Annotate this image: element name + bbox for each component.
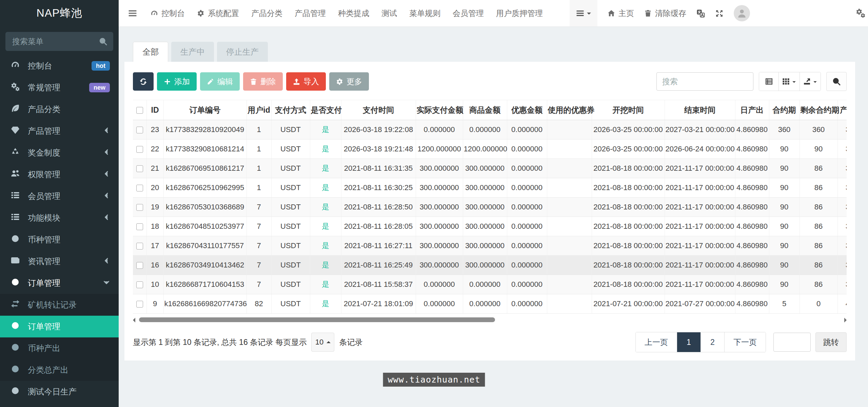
topnav-tab-console[interactable]: 控制台	[151, 8, 185, 19]
sidebar-item-console[interactable]: 控制台hot	[0, 55, 119, 77]
row-checkbox[interactable]	[136, 243, 143, 249]
column-header-order-no[interactable]: 订单编号	[163, 100, 246, 120]
sidebar-toggle-icon[interactable]	[128, 9, 137, 18]
paid-status-link[interactable]: 是	[322, 183, 329, 192]
row-checkbox[interactable]	[136, 185, 143, 191]
sidebar-item-news-manage[interactable]: 资讯管理	[0, 251, 119, 272]
sidebar-item-order-manage[interactable]: 订单管理	[0, 316, 119, 337]
table-row[interactable]: 21k1628670695108612171USDT是2021-08-11 16…	[133, 159, 847, 178]
paid-status-link[interactable]: 是	[322, 299, 329, 308]
tab-producing[interactable]: 生产中	[171, 42, 214, 62]
paid-status-link[interactable]: 是	[322, 203, 329, 211]
sidebar-item-product-category[interactable]: 产品分类	[0, 98, 119, 120]
column-header-coupon[interactable]: 使用的优惠券	[547, 100, 592, 120]
topnav-tab-menu-rules[interactable]: 菜单规则	[409, 8, 440, 19]
sidebar-search-input[interactable]	[5, 32, 113, 51]
sidebar-item-test-today-production[interactable]: 测试今日生产	[0, 381, 119, 403]
next-page-button[interactable]: 下一页	[725, 332, 766, 352]
sidebar-item-auth-manage[interactable]: 权限管理	[0, 164, 119, 185]
column-header-discount-amount[interactable]: 优惠金额	[507, 100, 547, 120]
scroll-right-icon[interactable]	[844, 318, 847, 322]
row-checkbox[interactable]	[136, 146, 143, 153]
row-checkbox[interactable]	[136, 281, 143, 288]
table-row[interactable]: 20k1628670625109629951USDT是2021-08-11 16…	[133, 178, 847, 198]
topnav-tab-category-commission[interactable]: 种类提成	[338, 8, 369, 19]
page-size-select[interactable]: 10	[311, 333, 334, 352]
sidebar-item-order-manage-parent[interactable]: 订单管理	[0, 272, 119, 294]
sidebar-item-coin-output[interactable]: 币种产出	[0, 337, 119, 359]
sidebar-item-category-total-output[interactable]: 分类总产出	[0, 359, 119, 381]
paid-status-link[interactable]: 是	[322, 241, 329, 250]
more-button[interactable]: 更多	[329, 72, 369, 91]
topnav-tab-product-category[interactable]: 产品分类	[251, 8, 282, 19]
table-search-input[interactable]	[656, 72, 753, 91]
row-checkbox[interactable]	[136, 301, 143, 308]
toggle-view-button[interactable]	[759, 72, 779, 91]
settings-cogs-icon[interactable]	[856, 8, 865, 18]
tab-stopped[interactable]: 停止生产	[217, 42, 268, 62]
column-header-end-time[interactable]: 结束时间	[665, 100, 735, 120]
column-header-daily-output[interactable]: 日产出	[735, 100, 769, 120]
tab-list-dropdown[interactable]	[570, 0, 597, 26]
topnav-tab-user-pledge-manage[interactable]: 用户质押管理	[496, 8, 543, 19]
clear-cache-link[interactable]: 清除缓存	[644, 8, 686, 19]
sidebar-item-miner-transfer-record[interactable]: 矿机转让记录	[0, 294, 119, 316]
table-row[interactable]: 18k1628670485102539777USDT是2021-08-11 16…	[133, 217, 847, 236]
page-jump-input[interactable]	[773, 333, 811, 352]
import-button[interactable]: 导入	[286, 72, 326, 91]
sidebar-item-member-manage[interactable]: 会员管理	[0, 185, 119, 207]
column-header-user-id[interactable]: 用户id	[246, 100, 271, 120]
paid-status-link[interactable]: 是	[322, 125, 329, 134]
row-checkbox[interactable]	[136, 165, 143, 172]
paid-status-link[interactable]: 是	[322, 261, 329, 269]
column-header-id[interactable]: ID	[146, 100, 163, 120]
tab-all[interactable]: 全部	[133, 42, 168, 62]
row-checkbox[interactable]	[136, 127, 143, 133]
column-header-pay-time[interactable]: 支付时间	[341, 100, 416, 120]
sidebar-item-bonus-system[interactable]: 奖金制度	[0, 142, 119, 164]
paid-status-link[interactable]: 是	[322, 280, 329, 289]
column-header-start-time[interactable]: 开挖时间	[592, 100, 665, 120]
topnav-tab-test[interactable]: 测试	[381, 8, 397, 19]
column-header-pay-amount[interactable]: 实际支付金额	[416, 100, 463, 120]
page-jump-button[interactable]: 跳转	[815, 332, 847, 352]
fullscreen-icon[interactable]	[715, 9, 724, 18]
topnav-tab-member-manage[interactable]: 会员管理	[453, 8, 484, 19]
table-row[interactable]: 22k1773832908106812141USDT是2026-03-18 19…	[133, 140, 847, 159]
table-row[interactable]: 10k1628668717106041537USDT是2021-08-11 15…	[133, 275, 847, 294]
home-link[interactable]: 主页	[608, 8, 634, 19]
row-checkbox[interactable]	[136, 223, 143, 230]
columns-button[interactable]	[779, 72, 800, 91]
column-header-goods-amount[interactable]: 商品金额	[463, 100, 507, 120]
prev-page-button[interactable]: 上一页	[636, 332, 677, 352]
table-row[interactable]: 17k1628670431101775577USDT是2021-08-11 16…	[133, 236, 847, 256]
sidebar-item-function-module[interactable]: 功能模块	[0, 207, 119, 229]
topnav-tab-system-config[interactable]: 系统配置	[197, 8, 239, 19]
column-header-is-paid[interactable]: 是否支付	[310, 100, 341, 120]
row-checkbox[interactable]	[136, 204, 143, 211]
page-button-2[interactable]: 2	[701, 332, 725, 352]
column-header-contract-period[interactable]: 合约期	[769, 100, 800, 120]
paid-status-link[interactable]: 是	[322, 145, 329, 153]
column-header-remaining-period[interactable]: 剩余合约期	[800, 100, 837, 120]
edit-button[interactable]: 编辑	[200, 72, 240, 91]
page-button-1[interactable]: 1	[677, 332, 701, 352]
table-row[interactable]: 19k1628670530103686897USDT是2021-08-11 16…	[133, 198, 847, 217]
sidebar-item-coin-manage[interactable]: 币种管理	[0, 229, 119, 251]
search-submit-button[interactable]	[826, 72, 847, 91]
scrollbar-thumb[interactable]	[139, 317, 495, 322]
select-all-checkbox[interactable]	[136, 107, 143, 114]
column-header-pay-type[interactable]: 支付方式	[271, 100, 310, 120]
topnav-tab-product-manage[interactable]: 产品管理	[295, 8, 326, 19]
avatar[interactable]	[734, 5, 750, 21]
paid-status-link[interactable]: 是	[322, 164, 329, 172]
scroll-left-icon[interactable]	[133, 318, 135, 322]
row-checkbox[interactable]	[136, 262, 143, 269]
add-button[interactable]: 添加	[157, 72, 197, 91]
refresh-button[interactable]	[133, 72, 154, 91]
sidebar-item-general-manage[interactable]: 常规管理new	[0, 77, 119, 98]
sidebar-item-product-manage[interactable]: 产品管理	[0, 120, 119, 142]
paid-status-link[interactable]: 是	[322, 222, 329, 230]
delete-button[interactable]: 删除	[243, 72, 283, 91]
export-button[interactable]	[800, 72, 821, 91]
